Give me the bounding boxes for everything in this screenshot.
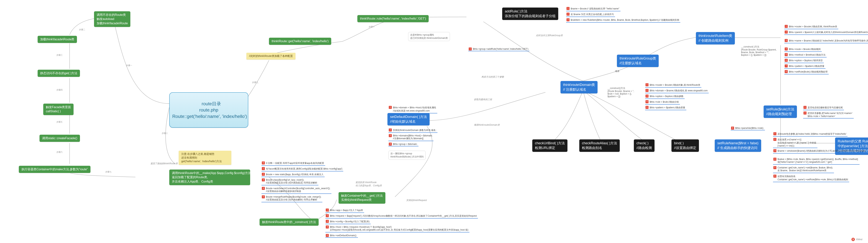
step-3: 步骤三 <box>56 54 63 56</box>
note-dom-4: 4$this->rule = $rule;//路由分组 <box>645 100 680 105</box>
node-load-facade[interactable]: 加载think\facade\Route类 <box>38 36 77 43</box>
step-7: 步骤七 <box>105 170 112 173</box>
step-5: 步骤五 <box>56 120 63 124</box>
note-addrule-call: 1$this->group->addRule('hello/:name','in… <box>468 47 529 51</box>
node-route-get[interactable]: think\Route::get('hello/:name', 'index/h… <box>269 38 331 45</box>
note-ar-2: 2若 $name 为空,对真正自动匹配,上斜线符号 <box>566 12 615 17</box>
node-checkroutealias[interactable]: checkRouteAlias( )方法 检测路由别名 <box>579 139 620 152</box>
node-rulegroup[interactable]: think\route\RuleGroup类 //注册默认域名 <box>617 55 659 67</box>
note-route-loaded[interactable]: //此时的think\Route类加载了各种配置 <box>246 53 296 59</box>
xmind-icon: X <box>851 238 855 241</box>
step-2: 步骤二 <box>79 28 85 31</box>
footer-brand: XXMind <box>851 238 862 241</box>
central-topic[interactable]: route目录 route.php Route::get('hello/:nam… <box>169 92 248 128</box>
note-sr-2: 2把另外另参数,把'hello:name' 转为为'<name>' $this-… <box>803 111 854 118</box>
node-route-rule[interactable]: think\Route::rule('hello/:name', 'index/… <box>358 15 429 22</box>
note-ar-3: 3$ruleItem = new RuleItem($this->router,… <box>566 18 680 23</box>
label-extend: 继承 <box>615 70 620 73</box>
note-cons-4: 4$this->host = $this->request->host(true… <box>326 225 469 233</box>
tip-construct-invoke: 构造方法的第三个参数 <box>482 75 504 79</box>
node-ruleitem[interactable]: think\route\RuleItem类 // 创建路由规则实例 <box>696 32 735 45</box>
node-addrule[interactable]: addRule( )方法 添加分组下的路由规则或者子分组 <box>502 7 558 20</box>
note-sdd-2: 2实例化think\route\Domain 参数为本类,域名; <box>389 128 437 133</box>
note-ri-8: 8$this->setRule($rule);//路由规则预处理 <box>784 70 829 74</box>
note-before-step8[interactable]: 注意:在步骤八之前,都是铺垫 还没有调用到 get('hello/:name',… <box>179 151 231 165</box>
node-setrulename[interactable]: setRuleName($first = false) // 生成路由标示的快捷… <box>715 139 761 152</box>
note-ri-5: 5$this->method = $method;//路由方法 <box>784 53 827 57</box>
note-srn-0: 0$this->parseVar($this->rule); <box>731 126 765 130</box>
note-ri-2: 2$this->parent = $parent;//上级对象,此时传入的thi… <box>784 30 868 35</box>
node-setrule[interactable]: setRule($rule)方法 //路由规则预处理 <box>764 106 797 118</box>
central-text: route目录 route.php Route::get('hello/:nam… <box>172 101 247 119</box>
node-createfacade[interactable]: 调用static::createFacade() <box>39 135 80 142</box>
note-srn-5: 5Container::get('rule_name')->set($name,… <box>773 166 834 173</box>
note-make-5: 5$route->mergeRuleRegex($config['route_r… <box>261 195 322 202</box>
node-make-route[interactable]: 调用think\Route中的__make(App $app,Config $c… <box>169 169 250 185</box>
note-ri-7: 7$this->pattern = $pattern;//路由变量 <box>784 64 826 69</box>
note-make-4: 4$route->autoSearchController($config['c… <box>261 187 332 194</box>
node-bind[interactable]: bind( ) //设置路由绑定 <box>672 139 699 152</box>
node-static-get[interactable]: 静态访问不存在的get( )方法 <box>38 70 80 77</box>
note-cons-3: 3$this->config = $config;//注入了配置(类) <box>326 219 371 224</box>
note-srn-2: 2若此场景,x=['name'=>1] 如若包含'name'=>',那 ['na… <box>773 137 817 148</box>
note-cons-5: 5$this->setDefaultDomain(); <box>326 234 358 238</box>
note-srn-6: 6设置有没路由别名 Container::get('rule_name')->s… <box>773 174 849 182</box>
note-dom-2: 2$this->domain = $name;//路由域名,就 www.sing… <box>645 88 709 93</box>
step-9: 步骤九 <box>252 81 258 84</box>
node-check[interactable]: check( ) //路由检测 <box>634 139 654 152</box>
note-dom-5: 5$this->pattern = $pattern;//路由变量 <box>645 106 686 110</box>
note-srn-4: 4$value = [$this->rule, $vars, $this->pa… <box>773 157 860 165</box>
note-sdd-3: 3$this->domains[$this->host] = $domain; … <box>389 134 434 141</box>
note-dom-1: 1$this->router = $router;//路由对象,就 think\… <box>645 83 701 88</box>
note-ri-4: 4$this->route = $route;//路由规则 <box>784 47 822 52</box>
step-8: 步骤八 <box>162 132 168 135</box>
note-sdd-1: 1$this->domain = $this->host;//当前域名属性 //… <box>389 106 437 113</box>
step-6: 步骤六 <box>56 151 63 154</box>
tip-return-config: 返回的类 think\Route 传入的是App类、Config类 <box>355 181 382 187</box>
footer-text: XMind <box>856 238 862 241</box>
node-container-make[interactable]: 执行容器类Container中的make方法,参数为"route" <box>19 166 90 173</box>
note-make-3: 3$route->lazy($config['url_lazy_route'])… <box>261 178 318 185</box>
step-1: 步骤一 <box>126 64 132 67</box>
node-callstatic[interactable]: 触发Facade类里面 callStatic( ) <box>43 104 73 115</box>
mindmap-canvas[interactable]: route目录 route.php Route::get('hello/:nam… <box>0 0 868 243</box>
note-ri-6: 6$this->option = $option;//请求类型 <box>784 58 824 63</box>
note-make-2: 2$route = new static($app, $config);//实例… <box>261 172 324 177</box>
note-ar-1: 1$name = $route;// 读取路由标识,即 "hello/:name… <box>566 7 620 11</box>
note-cons-2: 2$this->request = $app['request'] ;//访问数… <box>326 214 478 218</box>
callout-group-prop: 这一属性$this->group think\Route类的rule( )方法中… <box>389 151 426 160</box>
node-autoload[interactable]: 调用不存在的Route类 触发autoload 加载think\facade\R… <box>94 11 130 27</box>
label-domain-construct: __construct()方法 {Route $router, $name = … <box>608 87 634 98</box>
note-make-1: 1有Yaconf配置没有使用关联置,调用Config读取加载的配置:$this-… <box>261 167 343 171</box>
label-ruleitem-construct: __construct( )方法 {Route $router, RuleGro… <box>741 45 777 56</box>
tip-return-route: 返回了路由的think\Route类 <box>151 162 178 165</box>
node-domain[interactable]: think\route\Domain类 // 注册默认域名 <box>560 81 597 93</box>
tip-extend-domain: 继承think\route\Domain类 <box>474 124 500 127</box>
note-sdd-2-hidden <box>389 114 394 115</box>
node-checkurlbind[interactable]: checkUrlBind( )方法 检测URL绑定 <box>532 139 567 152</box>
note-ri-3: 3$this->name = $name;//路由标识 'index/hello… <box>784 38 868 43</box>
tip-instance-request: 实例化think\Request <box>406 199 427 202</box>
note-dom-3: 3$this->option = $option;//路由参数 <box>645 94 685 99</box>
note-sdd-4: 4$this->group = $domain; <box>389 142 418 146</box>
note-ri-1: 1$this->router = $router;//路由实例, think\R… <box>784 25 838 29</box>
callout-group-domain: 这是时$this->group属性 是已经实例化的 think\route\Do… <box>408 32 450 41</box>
note-srn-1: 1若$route包含参数,如'index/:hello',则$this->nam… <box>773 132 847 137</box>
note-cons-1: 1$this->app = $app;//注入了App类 <box>326 208 364 213</box>
note-make-0: 00 注释:一份配置,等同于app对应环境变量app名相关的配置 <box>261 161 325 166</box>
step-10: 步骤十 <box>369 25 375 28</box>
tip-step-ret: 获取到最终的三组 <box>474 98 492 101</box>
tip-parent-class: 此时当作父类RuleGroup类 <box>536 34 563 37</box>
node-container-get[interactable]: 触发Container中的__get( )方法 实例化think\Request… <box>339 192 385 204</box>
node-route-construct[interactable]: 触发think\Route类中的 _construct( )方法 <box>259 218 319 226</box>
step-4: 步骤四 <box>56 88 63 91</box>
note-sr-1: 1是否包含$后缀标最后等与后缀结尾 <box>803 106 844 110</box>
note-srn-3: 3$name = strtolower($name);//把路由标识都转化为小写… <box>773 149 867 154</box>
